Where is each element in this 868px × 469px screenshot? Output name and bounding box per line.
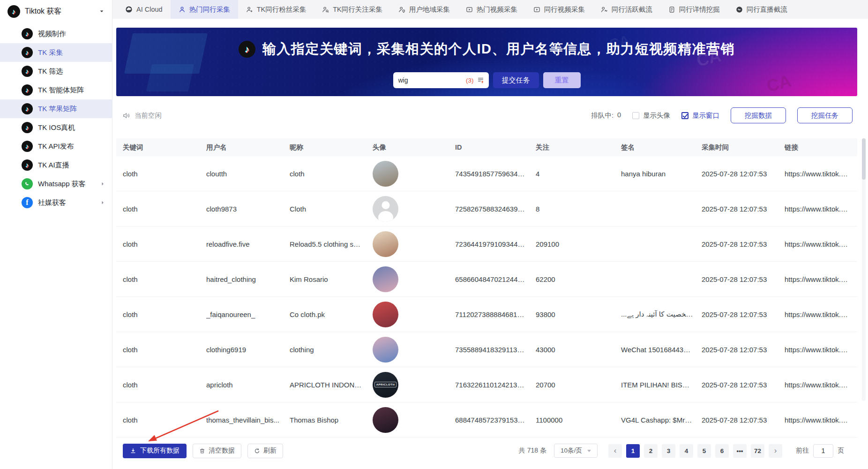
- table-row[interactable]: cloth reloadfive.five Reload5.5 clothing…: [116, 227, 857, 262]
- cell-avatar: [373, 302, 455, 327]
- sidebar-header[interactable]: ♪ Tiktok 获客: [0, 0, 112, 23]
- cell-username: thomas_thevillain_bis...: [206, 416, 290, 424]
- nav-tab-label: 热门同行采集: [189, 5, 230, 14]
- show-window-checkbox-wrap[interactable]: 显示窗口: [681, 111, 719, 120]
- avatar: [373, 231, 398, 257]
- table-row[interactable]: cloth _faiqanoureen_ Co cloth.pk 7112027…: [116, 297, 857, 332]
- nav-tab[interactable]: 热门同行采集: [171, 0, 238, 19]
- nav-tab[interactable]: TK同行粉丝采集: [238, 0, 314, 19]
- nav-tab[interactable]: 同行视频采集: [525, 0, 593, 19]
- sidebar-item-label: 视频制作: [38, 30, 66, 38]
- profile-link[interactable]: https://www.tiktok.com...: [785, 416, 857, 424]
- cell-username: cloth9873: [206, 205, 290, 213]
- profile-link[interactable]: https://www.tiktok.com...: [785, 205, 857, 213]
- cell-collect-time: 2025-07-28 12:07:53: [702, 310, 785, 318]
- table-row[interactable]: cloth apricloth APRICLOTH INDONE... APRI…: [116, 367, 857, 402]
- tiktok-icon: ♪: [22, 66, 33, 77]
- refresh-label: 刷新: [263, 446, 277, 455]
- table-row[interactable]: cloth cloutth cloth 7435491857759634450 …: [116, 156, 857, 191]
- nav-tab-label: 热门视频采集: [477, 5, 517, 14]
- page-button[interactable]: 2: [644, 444, 658, 458]
- column-header: 签名: [621, 143, 702, 152]
- sidebar-item[interactable]: ♪ TK IOS真机: [0, 118, 112, 137]
- refresh-button[interactable]: 刷新: [247, 444, 283, 458]
- profile-link[interactable]: https://www.tiktok.com...: [785, 381, 857, 389]
- live-icon: [736, 6, 743, 13]
- page-button[interactable]: 4: [680, 444, 693, 458]
- show-window-checkbox[interactable]: [681, 112, 688, 119]
- column-header: 采集时间: [702, 143, 785, 152]
- nav-tab[interactable]: TK同行关注采集: [314, 0, 390, 19]
- profile-link[interactable]: https://www.tiktok.com...: [785, 346, 857, 354]
- table-row[interactable]: cloth thomas_thevillain_bis... Thomas Bi…: [116, 402, 857, 438]
- cell-avatar: [373, 266, 455, 292]
- prev-page-button[interactable]: ‹: [608, 444, 622, 458]
- profile-link[interactable]: https://www.tiktok.com...: [785, 170, 857, 178]
- clear-data-button[interactable]: 清空数据: [193, 444, 241, 458]
- sidebar-item[interactable]: ♪ TK 采集: [0, 43, 112, 62]
- refresh-icon: [254, 448, 260, 454]
- sidebar-item[interactable]: ♪ TK AI直播: [0, 156, 112, 174]
- nav-tab[interactable]: AI Cloud: [117, 0, 171, 19]
- cell-follows: 93800: [536, 310, 621, 318]
- download-all-button[interactable]: 下载所有数据: [123, 444, 187, 458]
- show-avatar-checkbox-wrap[interactable]: 显示头像: [632, 111, 670, 120]
- page-button[interactable]: 6: [715, 444, 729, 458]
- sidebar-item[interactable]: ♪ TK 筛选: [0, 62, 112, 81]
- page-button[interactable]: •••: [733, 444, 747, 458]
- caret-right-icon: [100, 181, 105, 187]
- column-header: 昵称: [290, 143, 373, 152]
- column-header: 用户名: [206, 143, 290, 152]
- page-button[interactable]: 3: [662, 444, 675, 458]
- chevron-down-icon[interactable]: [99, 8, 105, 14]
- mine-task-button[interactable]: 挖掘任务: [797, 107, 853, 123]
- page-button[interactable]: 72: [751, 444, 764, 458]
- column-header: ID: [455, 144, 536, 151]
- mine-data-button[interactable]: 挖掘数据: [731, 107, 786, 123]
- page-size-select[interactable]: 10条/页: [554, 444, 598, 458]
- scrollbar-thumb[interactable]: [862, 138, 866, 180]
- page-button[interactable]: 1: [626, 444, 640, 458]
- submit-task-button[interactable]: 提交任务: [493, 72, 539, 88]
- goto-page-input[interactable]: [813, 444, 833, 458]
- cell-collect-time: 2025-07-28 12:07:53: [702, 170, 785, 178]
- nav-tab-label: AI Cloud: [136, 6, 163, 13]
- cell-collect-time: 2025-07-28 12:07:53: [702, 381, 785, 389]
- sidebar-item-label: 社媒获客: [38, 198, 66, 207]
- sidebar-item[interactable]: ♪ TK API发布: [0, 137, 112, 156]
- profile-link[interactable]: https://www.tiktok.com...: [785, 240, 857, 248]
- cell-id: 7236441979109344262: [455, 240, 536, 248]
- nav-tab[interactable]: 用户地域采集: [390, 0, 458, 19]
- table-row[interactable]: cloth cloth9873 Cloth 725826758832463974…: [116, 191, 857, 227]
- sidebar-item[interactable]: f 社媒获客: [0, 193, 112, 212]
- cell-keyword: cloth: [123, 205, 206, 213]
- profile-link[interactable]: https://www.tiktok.com...: [785, 275, 857, 283]
- cell-nickname: Thomas Bishop: [290, 416, 373, 424]
- nav-tab[interactable]: 同行详情挖掘: [660, 0, 728, 19]
- cell-keyword: cloth: [123, 310, 206, 318]
- person-pin-icon: [398, 6, 405, 13]
- show-avatar-checkbox[interactable]: [632, 112, 639, 119]
- table-row[interactable]: cloth clothing6919 clothing 735588941832…: [116, 332, 857, 367]
- cell-follows: 209100: [536, 240, 621, 248]
- reset-button[interactable]: 重置: [543, 72, 581, 88]
- nav-tab[interactable]: 同行活跃截流: [593, 0, 660, 19]
- cell-avatar: [373, 231, 455, 257]
- keyword-input[interactable]: [398, 76, 464, 84]
- table-scrollbar[interactable]: [862, 138, 866, 401]
- cell-keyword: cloth: [123, 170, 206, 178]
- page-button[interactable]: 5: [697, 444, 711, 458]
- profile-link[interactable]: https://www.tiktok.com...: [785, 310, 857, 318]
- nav-tab[interactable]: 同行直播截流: [728, 0, 795, 19]
- sidebar-item[interactable]: ♪ TK 智能体矩阵: [0, 81, 112, 99]
- next-page-button[interactable]: ›: [769, 444, 782, 458]
- top-navigation: AI Cloud 热门同行采集 TK同行粉丝采集 TK同行关注采集 用户地域采集…: [112, 0, 868, 19]
- nav-tab[interactable]: 热门视频采集: [458, 0, 525, 19]
- table-row[interactable]: cloth haitred_clothing Kim Rosario 65866…: [116, 262, 857, 297]
- sidebar-item[interactable]: ♪ TK 苹果矩阵: [0, 99, 112, 118]
- sidebar-item[interactable]: ♪ 视频制作: [0, 24, 112, 43]
- import-icon[interactable]: [477, 76, 485, 84]
- sidebar-item[interactable]: Whatsapp 获客: [0, 174, 112, 193]
- speaker-icon: [122, 112, 130, 120]
- sidebar: ♪ Tiktok 获客 ♪ 视频制作 ♪ TK 采集 ♪ TK 筛选: [0, 0, 112, 469]
